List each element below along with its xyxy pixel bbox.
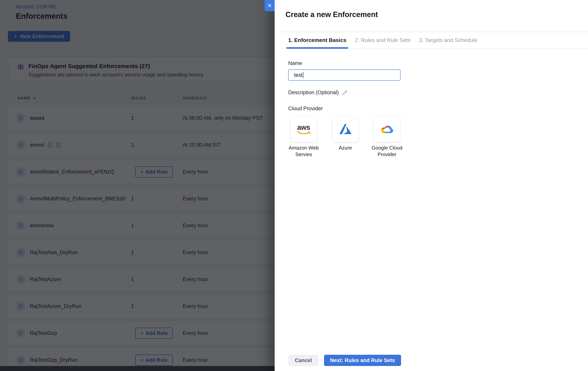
- gcp-logo-icon: [379, 123, 395, 136]
- provider-label-aws: Amazon Web Servies: [288, 145, 319, 158]
- drawer-body: Name test Description (Optional) Cloud P…: [275, 49, 588, 371]
- cloud-provider-label: Cloud Provider: [288, 106, 574, 112]
- aws-card[interactable]: aws: [291, 117, 317, 142]
- description-label: Description (Optional): [288, 90, 339, 96]
- provider-option-aws: aws Amazon Web Servies: [288, 117, 319, 158]
- tab-enforcement-basics[interactable]: 1. Enforcement Basics: [288, 32, 346, 48]
- provider-label-azure: Azure: [330, 145, 361, 151]
- text-caret: [303, 72, 303, 78]
- tab-rules-and-rule-sets[interactable]: 2. Rules and Rule Sets: [355, 32, 410, 48]
- drawer-header: Create a new Enforcement: [275, 0, 588, 32]
- tab-targets-and-schedule[interactable]: 3. Targets and Schedule: [419, 32, 477, 48]
- name-label: Name: [288, 60, 574, 66]
- next-button[interactable]: Next: Rules and Rule Sets: [324, 355, 401, 366]
- close-icon: ✕: [267, 2, 272, 9]
- drawer-title: Create a new Enforcement: [285, 10, 588, 19]
- name-input[interactable]: test: [288, 70, 400, 81]
- create-enforcement-drawer: ✕ Create a new Enforcement 1. Enforcemen…: [275, 0, 588, 371]
- name-input-value: test: [294, 72, 303, 78]
- provider-option-gcp: Google Cloud Provider: [371, 117, 402, 158]
- gcp-card[interactable]: [374, 117, 400, 142]
- pencil-icon[interactable]: [342, 90, 348, 96]
- provider-option-azure: Azure: [330, 117, 361, 158]
- provider-label-gcp: Google Cloud Provider: [371, 145, 402, 158]
- wizard-tabs: 1. Enforcement Basics 2. Rules and Rule …: [275, 32, 588, 49]
- aws-logo-icon: aws: [297, 124, 310, 135]
- drawer-footer: Cancel Next: Rules and Rule Sets: [288, 355, 574, 366]
- cancel-button[interactable]: Cancel: [288, 355, 319, 366]
- azure-logo-icon: [338, 123, 353, 136]
- close-button[interactable]: ✕: [264, 0, 275, 11]
- azure-card[interactable]: [332, 117, 359, 142]
- cloud-provider-options: aws Amazon Web Servies: [288, 117, 574, 158]
